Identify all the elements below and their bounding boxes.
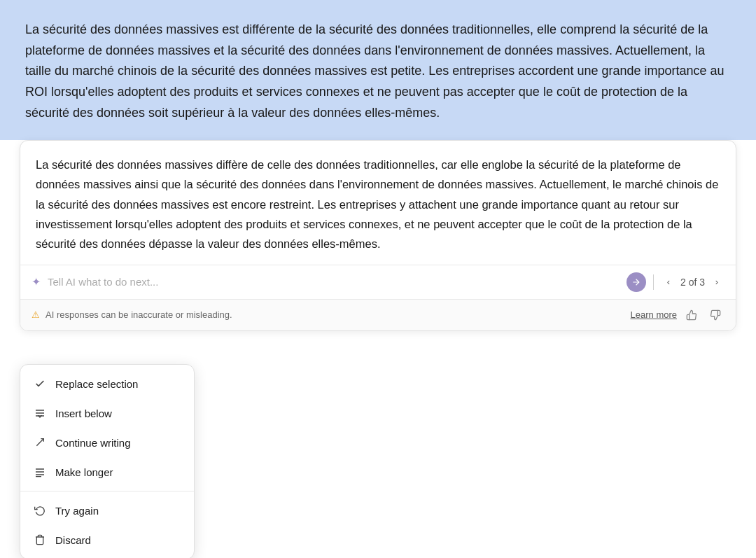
selected-text-block: La sécurité des données massives est dif…: [0, 0, 756, 140]
continue-writing-label: Continue writing: [55, 437, 131, 449]
checkmark-icon: [33, 377, 47, 391]
nav-group: ‹ 2 of 3 ›: [661, 274, 724, 290]
discard-item[interactable]: Discard: [20, 525, 194, 554]
page-wrapper: La sécurité des données massives est dif…: [0, 0, 756, 558]
ai-input-row: ✦ Tell AI what to do next... ‹ 2 of 3 ›: [20, 265, 736, 299]
learn-more-link[interactable]: Learn more: [631, 309, 677, 320]
warning-text: AI responses can be inaccurate or mislea…: [46, 309, 622, 320]
thumbs-up-button[interactable]: [682, 306, 701, 324]
make-longer-item[interactable]: Make longer: [20, 457, 194, 487]
replace-selection-label: Replace selection: [55, 378, 138, 390]
insert-below-item[interactable]: Insert below: [20, 398, 194, 428]
insert-below-icon: [33, 406, 47, 420]
ai-response-content: La sécurité des données massives diffère…: [36, 158, 718, 249]
ai-response-text: La sécurité des données massives diffère…: [20, 141, 736, 264]
feedback-group: [682, 306, 724, 324]
ai-input-field[interactable]: Tell AI what to do next...: [48, 276, 620, 288]
warning-icon: ⚠: [31, 309, 40, 320]
divider: [653, 274, 654, 290]
menu-section-2: Try again Discard: [20, 491, 194, 558]
sparkle-icon: ✦: [31, 275, 41, 288]
thumbs-up-icon: [686, 309, 697, 321]
try-again-item[interactable]: Try again: [20, 496, 194, 525]
next-response-button[interactable]: ›: [709, 274, 724, 290]
ai-warning-row: ⚠ AI responses can be inaccurate or misl…: [20, 299, 736, 330]
try-again-icon: [33, 503, 47, 517]
pen-icon: [33, 435, 47, 449]
selected-text: La sécurité des données massives est dif…: [25, 22, 724, 120]
menu-section-1: Replace selection Insert below: [20, 365, 194, 491]
input-right-group: ‹ 2 of 3 ›: [626, 272, 724, 292]
send-button[interactable]: [626, 272, 646, 292]
discard-label: Discard: [55, 534, 91, 546]
ai-response-card: La sécurité des données massives diffère…: [20, 140, 736, 330]
action-dropdown-menu: Replace selection Insert below: [20, 364, 195, 558]
make-longer-label: Make longer: [55, 466, 113, 478]
thumbs-down-icon: [710, 309, 721, 321]
svg-line-3: [36, 439, 43, 445]
try-again-label: Try again: [55, 505, 99, 517]
thumbs-down-button[interactable]: [706, 306, 724, 324]
prev-response-button[interactable]: ‹: [661, 274, 676, 290]
send-icon: [631, 277, 641, 287]
insert-below-label: Insert below: [55, 407, 112, 419]
response-counter: 2 of 3: [680, 277, 705, 288]
continue-writing-item[interactable]: Continue writing: [20, 428, 194, 457]
trash-icon: [33, 533, 47, 547]
make-longer-icon: [33, 465, 47, 479]
replace-selection-item[interactable]: Replace selection: [20, 369, 194, 398]
